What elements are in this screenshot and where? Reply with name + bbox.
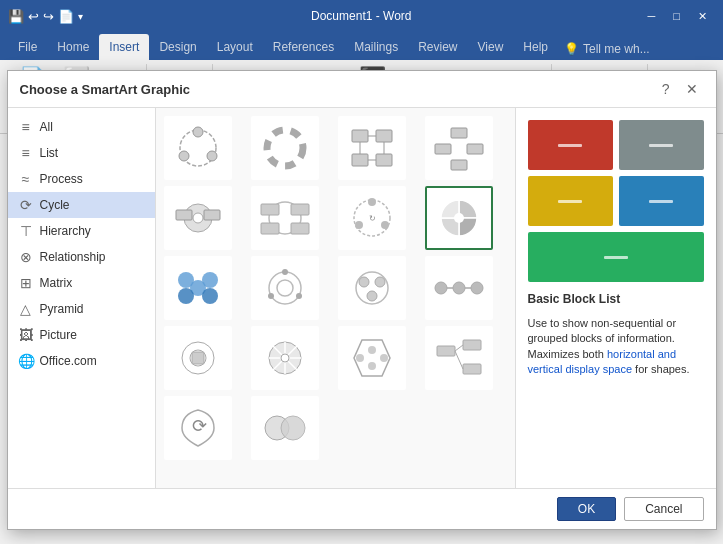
close-btn[interactable]: ✕: [690, 8, 715, 25]
svg-point-4: [267, 130, 303, 166]
tab-view[interactable]: View: [468, 34, 514, 60]
left-item-list[interactable]: ≡ List: [8, 140, 155, 166]
tab-references[interactable]: References: [263, 34, 344, 60]
list-icon: ≡: [18, 145, 34, 161]
tab-home[interactable]: Home: [47, 34, 99, 60]
dialog-close-btn[interactable]: ✕: [680, 79, 704, 99]
tab-help[interactable]: Help: [513, 34, 558, 60]
redo-icon[interactable]: ↪: [43, 9, 54, 24]
svg-rect-22: [261, 204, 279, 215]
grid-item-18[interactable]: [251, 396, 319, 460]
tell-me-bar[interactable]: 💡 Tell me wh...: [558, 38, 656, 60]
left-item-matrix[interactable]: ⊞ Matrix: [8, 270, 155, 296]
left-item-officecom[interactable]: 🌐 Office.com: [8, 348, 155, 374]
all-label: All: [40, 120, 53, 134]
tab-layout[interactable]: Layout: [207, 34, 263, 60]
grid-item-7[interactable]: ↻: [338, 186, 406, 250]
ribbon-tabs: File Home Insert Design Layout Reference…: [0, 32, 723, 60]
svg-point-1: [193, 127, 203, 137]
grid-item-8[interactable]: [425, 186, 493, 250]
svg-rect-19: [176, 210, 192, 220]
hierarchy-label: Hierarchy: [40, 224, 91, 238]
left-item-process[interactable]: ≈ Process: [8, 166, 155, 192]
left-item-pyramid[interactable]: △ Pyramid: [8, 296, 155, 322]
grid-item-10[interactable]: [251, 256, 319, 320]
lightbulb-icon: 💡: [564, 42, 579, 56]
svg-point-47: [453, 282, 465, 294]
left-panel: ≡ All ≡ List ≈ Process ⟳ Cycle ⊤ Hiera: [8, 108, 156, 488]
grid-item-9[interactable]: [164, 256, 232, 320]
dialog-footer: OK Cancel: [8, 488, 716, 529]
svg-rect-53: [192, 352, 204, 364]
quick-access-toolbar[interactable]: 💾 ↩ ↪ 📄 ▾: [8, 9, 83, 24]
grid-item-14[interactable]: [251, 326, 319, 390]
preview-block-red: [528, 120, 613, 170]
ok-button[interactable]: OK: [557, 497, 616, 521]
svg-point-41: [268, 293, 274, 299]
svg-point-2: [207, 151, 217, 161]
left-item-picture[interactable]: 🖼 Picture: [8, 322, 155, 348]
svg-text:⟳: ⟳: [192, 416, 207, 436]
undo-icon[interactable]: ↩: [28, 9, 39, 24]
svg-point-29: [355, 221, 363, 229]
maximize-btn[interactable]: □: [665, 8, 688, 25]
preview-block-gray: [619, 120, 704, 170]
svg-point-46: [435, 282, 447, 294]
svg-point-40: [296, 293, 302, 299]
dialog-header: Choose a SmartArt Graphic ? ✕: [8, 71, 716, 108]
title-bar: 💾 ↩ ↪ 📄 ▾ Document1 - Word ─ □ ✕: [0, 0, 723, 32]
relationship-icon: ⊗: [18, 249, 34, 265]
grid-item-5[interactable]: [164, 186, 232, 250]
tab-review[interactable]: Review: [408, 34, 467, 60]
officecom-icon: 🌐: [18, 353, 34, 369]
cancel-button[interactable]: Cancel: [624, 497, 703, 521]
smartart-grid: ↻: [164, 116, 507, 460]
grid-item-2[interactable]: [251, 116, 319, 180]
grid-item-16[interactable]: [425, 326, 493, 390]
preview-highlight-1: horizontal and vertical display space: [528, 348, 677, 375]
dialog-body: ≡ All ≡ List ≈ Process ⟳ Cycle ⊤ Hiera: [8, 108, 716, 488]
new-doc-icon[interactable]: 📄: [58, 9, 74, 24]
minimize-btn[interactable]: ─: [640, 8, 664, 25]
dialog-title: Choose a SmartArt Graphic: [20, 82, 191, 97]
preview-dash-1: [558, 144, 582, 147]
relationship-label: Relationship: [40, 250, 106, 264]
more-icon[interactable]: ▾: [78, 11, 83, 22]
save-icon[interactable]: 💾: [8, 9, 24, 24]
grid-item-3[interactable]: [338, 116, 406, 180]
dialog-header-buttons[interactable]: ? ✕: [656, 79, 704, 99]
preview-block-green: [528, 232, 704, 282]
grid-item-4[interactable]: [425, 116, 493, 180]
dialog-help-btn[interactable]: ?: [656, 79, 676, 99]
left-item-all[interactable]: ≡ All: [8, 114, 155, 140]
svg-rect-13: [451, 128, 467, 138]
svg-rect-20: [204, 210, 220, 220]
picture-label: Picture: [40, 328, 77, 342]
grid-item-13[interactable]: [164, 326, 232, 390]
window-controls[interactable]: ─ □ ✕: [640, 8, 715, 25]
svg-rect-23: [291, 204, 309, 215]
left-item-cycle[interactable]: ⟳ Cycle: [8, 192, 155, 218]
svg-point-31: [454, 213, 464, 223]
preview-dash-2: [649, 144, 673, 147]
grid-item-15[interactable]: [338, 326, 406, 390]
grid-item-17[interactable]: ⟳: [164, 396, 232, 460]
svg-rect-16: [451, 160, 467, 170]
grid-item-6[interactable]: [251, 186, 319, 250]
grid-item-12[interactable]: [425, 256, 493, 320]
svg-point-37: [269, 272, 301, 304]
grid-item-1[interactable]: [164, 116, 232, 180]
tab-design[interactable]: Design: [149, 34, 206, 60]
svg-rect-66: [463, 364, 481, 374]
left-item-hierarchy[interactable]: ⊤ Hierarchy: [8, 218, 155, 244]
process-label: Process: [40, 172, 83, 186]
svg-rect-8: [376, 154, 392, 166]
preview-blocks: [528, 120, 704, 282]
tab-file[interactable]: File: [8, 34, 47, 60]
tab-mailings[interactable]: Mailings: [344, 34, 408, 60]
grid-item-11[interactable]: [338, 256, 406, 320]
tab-insert[interactable]: Insert: [99, 34, 149, 60]
preview-dash-5: [604, 256, 628, 259]
left-item-relationship[interactable]: ⊗ Relationship: [8, 244, 155, 270]
pyramid-label: Pyramid: [40, 302, 84, 316]
